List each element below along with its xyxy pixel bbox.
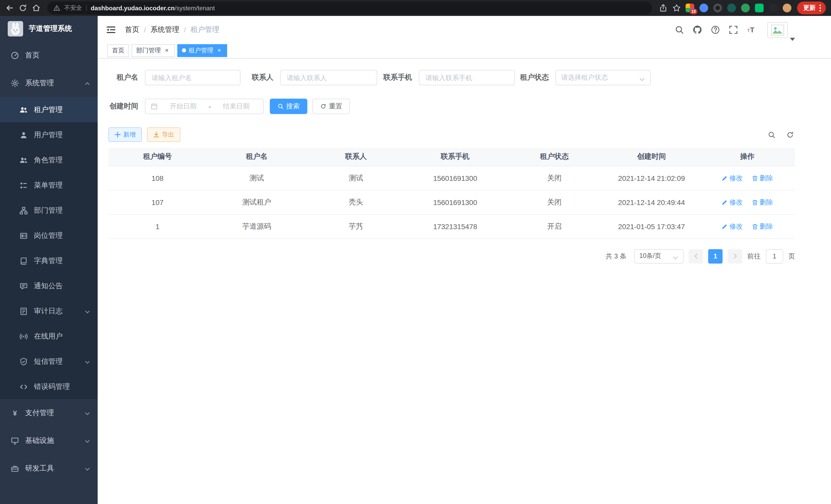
github-icon[interactable]: [693, 25, 702, 34]
refresh-table-icon[interactable]: [786, 131, 794, 139]
tab-tenant[interactable]: 租户管理 ×: [177, 44, 227, 57]
sidebar-item-infra[interactable]: 基础设施: [0, 427, 98, 455]
edit-link[interactable]: 修改: [721, 173, 743, 183]
col-header-id: 租户编号: [109, 148, 207, 166]
cell-created: 2021-12-14 21:02:09: [603, 166, 699, 190]
chevron-up-icon: [84, 80, 90, 86]
date-range-picker[interactable]: 开始日期 - 结束日期: [145, 99, 264, 114]
add-button[interactable]: 新增: [109, 127, 142, 142]
prev-page-button[interactable]: [689, 249, 703, 263]
breadcrumb-separator: /: [144, 26, 146, 34]
page-size-value: 10条/页: [639, 252, 661, 261]
sidebar-item-notice[interactable]: 通知公告: [0, 273, 98, 298]
extension-icon-6[interactable]: [755, 4, 764, 12]
cell-actions: 修改 删除: [700, 214, 795, 238]
delete-link[interactable]: 删除: [752, 173, 773, 183]
edit-link[interactable]: 修改: [721, 222, 743, 231]
table-tools: [768, 131, 795, 139]
user-avatar-menu[interactable]: [767, 22, 795, 38]
browser-home-button[interactable]: [32, 4, 40, 12]
sidebar-item-system[interactable]: 系统管理: [0, 69, 98, 97]
sidebar-item-tenant[interactable]: 租户管理: [0, 97, 98, 122]
sidebar-item-dict[interactable]: 字典管理: [0, 248, 98, 273]
delete-link[interactable]: 删除: [752, 222, 773, 231]
breadcrumb-system[interactable]: 系统管理: [150, 25, 179, 34]
screen: 不安全 dashboard.yudao.iocoder.cn/system/te…: [0, 0, 831, 504]
sidebar-item-user[interactable]: 用户管理: [0, 122, 98, 147]
phone-label: 联系手机: [383, 73, 412, 82]
breadcrumb-home[interactable]: 首页: [125, 25, 139, 34]
tab-home[interactable]: 首页: [107, 44, 129, 57]
tab-dept[interactable]: 部门管理 ×: [132, 44, 175, 57]
security-label[interactable]: 不安全: [64, 4, 82, 12]
sidebar-item-sms[interactable]: 短信管理: [0, 349, 98, 374]
search-button[interactable]: 搜索: [270, 99, 307, 114]
browser-back-button[interactable]: [5, 4, 14, 12]
tenant-page: 租户名 联系人 联系手机 租户状态 请选择租户状态: [98, 59, 831, 504]
sidebar-item-role[interactable]: 角色管理: [0, 147, 98, 173]
extension-icon-5[interactable]: [741, 4, 750, 12]
edit-link[interactable]: 修改: [721, 198, 743, 207]
export-button[interactable]: 导出: [147, 127, 180, 142]
bookmark-star-button[interactable]: [672, 4, 681, 12]
col-header-name: 租户名: [207, 148, 307, 166]
filter-phone: 联系手机: [383, 70, 515, 85]
update-label: 更新: [803, 4, 815, 12]
browser-menu-icon[interactable]: [819, 4, 821, 12]
toggle-search-icon[interactable]: [768, 131, 775, 139]
header-search-button[interactable]: [675, 25, 684, 34]
sidebar-item-online-users[interactable]: 在线用户: [0, 324, 98, 349]
share-button[interactable]: [659, 4, 667, 12]
browser-profile-avatar[interactable]: [783, 4, 792, 12]
sidebar-item-label: 系统管理: [25, 79, 78, 88]
delete-link[interactable]: 删除: [752, 198, 773, 207]
select-placeholder: 请选择租户状态: [561, 73, 608, 82]
goto-page-input[interactable]: [766, 249, 783, 263]
sidebar-item-label: 首页: [25, 51, 90, 60]
refresh-icon: [320, 103, 326, 110]
address-bar[interactable]: 不安全 dashboard.yudao.iocoder.cn/system/te…: [47, 2, 652, 14]
phone-input[interactable]: [419, 70, 515, 85]
tenant-status-select[interactable]: 请选择租户状态: [555, 70, 651, 85]
extension-icon-4[interactable]: [727, 4, 736, 12]
font-size-icon[interactable]: TT: [747, 25, 756, 34]
close-icon[interactable]: ×: [216, 47, 223, 54]
sidebar-item-audit-log[interactable]: 审计日志: [0, 298, 98, 324]
sidebar-item-error-code[interactable]: 错误码管理: [0, 374, 98, 399]
svg-text:T: T: [747, 28, 750, 33]
extension-icon-2[interactable]: [699, 4, 708, 12]
extension-icon-3[interactable]: [713, 4, 722, 12]
document-icon: [20, 307, 28, 315]
filter-row-1: 租户名 联系人 联系手机 租户状态 请选择租户状态: [109, 70, 795, 85]
cell-created: 2021-12-14 20:49:44: [603, 190, 699, 214]
contact-label: 联系人: [252, 73, 274, 82]
pagination: 共 3 条 10条/页 1 前往: [109, 249, 795, 263]
reset-button[interactable]: 重置: [312, 99, 350, 114]
browser-update-button[interactable]: 更新: [797, 2, 826, 14]
sidebar-toggle-button[interactable]: [106, 25, 116, 35]
next-page-button[interactable]: [728, 249, 742, 263]
sidebar-logo[interactable]: 芋道管理系统: [0, 16, 98, 41]
page-size-select[interactable]: 10条/页: [634, 249, 684, 263]
extension-icon-1[interactable]: 10: [686, 4, 694, 12]
help-icon[interactable]: [711, 25, 720, 34]
id-badge-icon: [20, 232, 28, 240]
sidebar-item-post[interactable]: 岗位管理: [0, 223, 98, 248]
col-header-actions: 操作: [700, 148, 795, 166]
plus-icon: [115, 131, 121, 138]
sidebar-item-home[interactable]: 首页: [0, 41, 98, 69]
fullscreen-icon[interactable]: [729, 25, 738, 34]
browser-reload-button[interactable]: [19, 4, 27, 12]
browser-toolbar: 不安全 dashboard.yudao.iocoder.cn/system/te…: [0, 0, 831, 16]
extension-icon-7[interactable]: [769, 4, 778, 12]
sidebar-item-devtools[interactable]: 研发工具: [0, 455, 98, 482]
contact-input[interactable]: [280, 70, 377, 85]
tenant-name-input[interactable]: [145, 70, 240, 85]
sidebar-item-dept[interactable]: 部门管理: [0, 198, 98, 223]
browser-extensions: 10: [686, 4, 792, 12]
chevron-down-icon: [84, 438, 90, 444]
sidebar-item-payment[interactable]: ¥ 支付管理: [0, 399, 98, 427]
sidebar-item-menu[interactable]: 菜单管理: [0, 173, 98, 198]
page-number-1[interactable]: 1: [708, 249, 722, 263]
close-icon[interactable]: ×: [164, 47, 170, 54]
